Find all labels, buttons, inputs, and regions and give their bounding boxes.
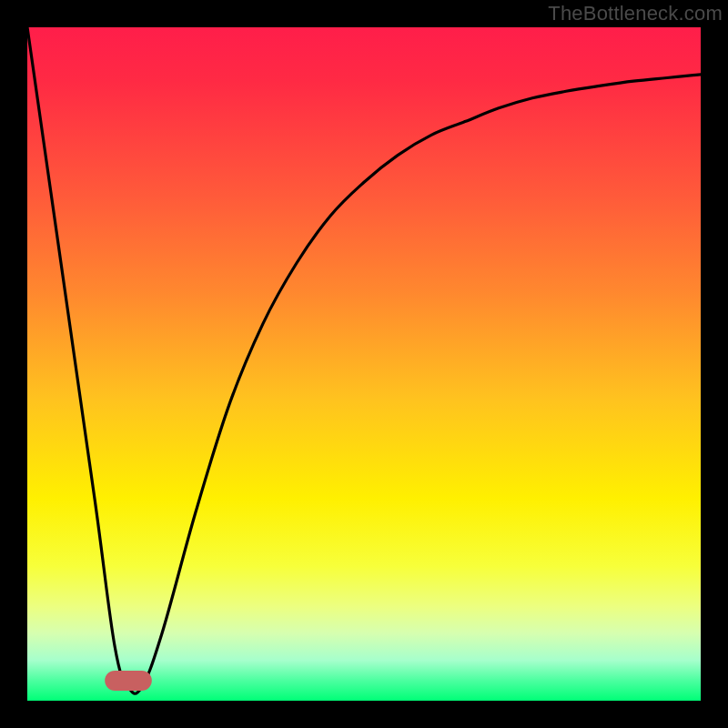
plot-area bbox=[27, 27, 701, 701]
curve-svg bbox=[27, 27, 701, 701]
optimal-marker bbox=[105, 671, 152, 691]
watermark-text: TheBottleneck.com bbox=[548, 2, 723, 25]
bottleneck-curve bbox=[27, 27, 701, 693]
chart-frame: TheBottleneck.com bbox=[0, 0, 728, 728]
